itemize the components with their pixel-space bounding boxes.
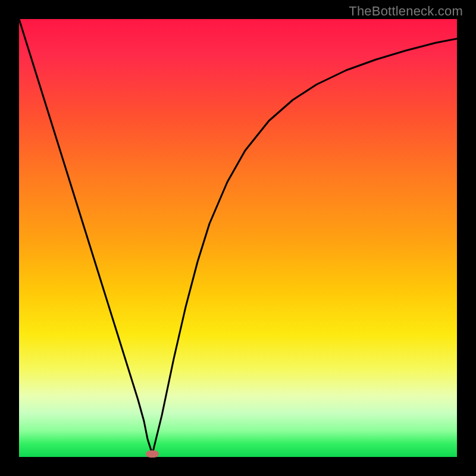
minimum-marker	[146, 450, 159, 458]
curve-path	[19, 19, 457, 454]
plot-area	[19, 19, 457, 457]
watermark-text: TheBottleneck.com	[349, 4, 463, 19]
chart-frame: TheBottleneck.com	[0, 0, 476, 476]
bottleneck-curve	[19, 19, 457, 457]
